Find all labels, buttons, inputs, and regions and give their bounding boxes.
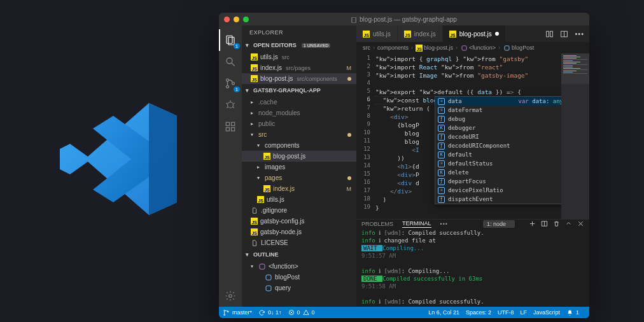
breadcrumb-item[interactable]: src (363, 45, 370, 51)
line-gutter[interactable]: 12345678910111213141516171819 (356, 53, 374, 219)
new-terminal-icon[interactable] (529, 220, 536, 227)
symbol-var-icon: ⌗ (438, 107, 445, 114)
open-editors-section[interactable]: ▾ OPEN EDITORS 1 UNSAVED (242, 39, 356, 51)
file-item[interactable]: JSgatsby-node.js (242, 227, 356, 237)
svg-line-11 (234, 103, 235, 104)
folder-item[interactable]: ▸node_modules (242, 108, 356, 118)
file-item[interactable]: JSblog-post.js (242, 151, 356, 162)
panel-tab-terminal[interactable]: TERMINAL (402, 220, 431, 228)
file-item[interactable]: JSgatsby-config.js (242, 216, 356, 227)
split-terminal-icon[interactable] (541, 220, 548, 227)
chevron-right-icon: ▸ (251, 99, 256, 105)
file-item[interactable]: JSutils.js (242, 194, 356, 205)
chevron-right-icon: › (498, 45, 500, 51)
chevron-right-icon: ▸ (251, 110, 256, 116)
suggestion-item[interactable]: ⌗datavar data: anyi (435, 97, 578, 106)
folder-item[interactable]: ▾src (242, 129, 356, 140)
file-item[interactable]: LICENSE (242, 237, 356, 248)
status-feedback[interactable]: 1 (566, 309, 579, 316)
folder-item[interactable]: ▸images (242, 162, 356, 172)
svg-point-8 (228, 102, 234, 108)
symbol-kw-icon: K (438, 169, 445, 176)
suggestion-item[interactable]: ⌗dateFormat (435, 106, 578, 115)
editor-tab[interactable]: JSblog-post.js (443, 25, 506, 42)
breadcrumb-item[interactable]: blog-post.js (424, 45, 453, 51)
titlebar[interactable]: blog-post.js — gatsby-graphql-app (219, 13, 589, 25)
suggestion-item[interactable]: ƒdepartFocus (435, 177, 578, 186)
outline-item[interactable]: query (242, 283, 356, 293)
panel-tab-problems[interactable]: PROBLEMS (361, 221, 393, 227)
status-cursor[interactable]: Ln 6, Col 21 (428, 309, 459, 316)
status-encoding[interactable]: UTF-8 (498, 309, 514, 316)
explorer-badge: 1 (234, 43, 240, 49)
open-editor-item[interactable]: JSindex.jssrc/pagesM (242, 62, 356, 73)
folder-item[interactable]: ▸public (242, 118, 356, 129)
outline-section[interactable]: ▾ OUTLINE (242, 249, 356, 260)
suggestion-item[interactable]: ƒdecodeURIComponent (435, 141, 578, 150)
chevron-right-icon: › (456, 45, 458, 51)
svg-rect-26 (462, 46, 466, 50)
chevron-down-icon: ▾ (243, 87, 251, 94)
trash-icon[interactable] (553, 220, 560, 227)
breadcrumbs[interactable]: src›components›JSblog-post.js›<function>… (356, 42, 589, 53)
project-section[interactable]: ▾ GATSBY-GRAPHQL-APP (242, 85, 356, 96)
editor-tab[interactable]: JSindex.js (398, 25, 443, 42)
js-file-icon: JS (257, 196, 264, 203)
activity-debug-icon[interactable] (219, 94, 242, 116)
status-branch[interactable]: master* (223, 309, 252, 316)
js-file-icon: JS (251, 218, 258, 225)
suggestion-item[interactable]: ƒdispatchEvent (435, 195, 578, 204)
status-eol[interactable]: LF (520, 309, 527, 316)
file-item[interactable]: JSindex.jsM (242, 183, 356, 194)
terminal-select[interactable]: 1: node (483, 220, 515, 228)
breadcrumb-item[interactable]: components (377, 45, 409, 51)
outline-item[interactable]: blogPost (242, 272, 356, 283)
status-lang[interactable]: JavaScript (533, 309, 560, 316)
status-errors[interactable]: 0 0 (288, 309, 315, 316)
svg-rect-16 (232, 128, 235, 131)
chevron-right-icon: › (373, 45, 375, 51)
file-icon (251, 240, 258, 246)
split-editor-icon[interactable] (560, 30, 568, 38)
more-icon[interactable]: ••• (575, 30, 584, 38)
editor-tab[interactable]: JSutils.js (356, 25, 398, 42)
dirty-dot-icon (495, 32, 499, 36)
folder-item[interactable]: ▸.cache (242, 97, 356, 108)
activity-scm-icon[interactable]: 1 (219, 73, 242, 94)
outline-item[interactable]: ▾<function> (242, 261, 356, 272)
maximize-panel-icon[interactable] (565, 220, 572, 227)
code-editor[interactable]: "kw">import { graphql } "kw">from "gatsb… (374, 53, 561, 219)
suggestion-item[interactable]: Kdelete (435, 168, 578, 177)
activity-explorer-icon[interactable]: 1 (219, 29, 242, 51)
activity-extensions-icon[interactable] (219, 116, 242, 137)
symbol-fn-icon: ƒ (438, 134, 445, 141)
sidebar: EXPLORER ▾ OPEN EDITORS 1 UNSAVED JSutil… (242, 25, 356, 307)
unsaved-tag: 1 UNSAVED (302, 43, 331, 48)
more-icon[interactable]: ••• (440, 221, 448, 227)
open-editor-item[interactable]: JSblog-post.jssrc/components (242, 73, 356, 84)
breadcrumb-item[interactable]: <function> (469, 45, 496, 51)
minimap[interactable] (561, 53, 589, 219)
suggestion-item[interactable]: ƒdecodeURI (435, 132, 578, 141)
file-item[interactable]: .gitignore (242, 205, 356, 216)
suggestion-item[interactable]: ⌗defaultStatus (435, 159, 578, 168)
suggestion-item[interactable]: Kdefault (435, 150, 578, 159)
suggestion-item[interactable]: Kdebugger (435, 123, 578, 132)
status-sync[interactable]: 0↓ 1↑ (258, 309, 282, 316)
intellisense-popup[interactable]: ⌗datavar data: anyi⌗dateFormatƒdebugKdeb… (435, 96, 578, 204)
folder-item[interactable]: ▾pages (242, 172, 356, 183)
suggestion-item[interactable]: ƒdebug (435, 115, 578, 123)
chevron-down-icon: ▾ (251, 132, 256, 137)
activity-settings-icon[interactable] (219, 285, 242, 307)
folder-item[interactable]: ▾components (242, 140, 356, 151)
js-file-icon: JS (416, 45, 423, 52)
symbol-fn-icon: ƒ (438, 196, 445, 203)
breadcrumb-item[interactable]: blogPost (512, 45, 534, 51)
open-editor-item[interactable]: JSutils.jssrc (242, 52, 356, 62)
status-spaces[interactable]: Spaces: 2 (466, 309, 491, 316)
activity-search-icon[interactable] (219, 51, 242, 73)
compare-icon[interactable] (545, 30, 554, 38)
suggestion-item[interactable]: ⌗devicePixelRatio (435, 186, 578, 195)
terminal-output[interactable]: info ℹ [wdm]: Compiled successfully.info… (356, 228, 589, 307)
close-panel-icon[interactable] (577, 220, 584, 227)
